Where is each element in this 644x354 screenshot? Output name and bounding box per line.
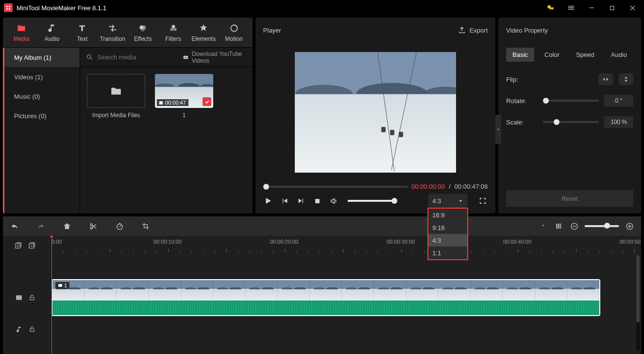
rotate-label: Rotate: [506, 97, 537, 105]
collapse-panel-button[interactable] [495, 115, 501, 144]
search-icon [86, 53, 93, 61]
delete-button[interactable] [62, 221, 72, 231]
prev-frame-button[interactable] [280, 196, 289, 206]
sidebar-item-videos[interactable]: Videos (1) [4, 67, 80, 87]
fullscreen-button[interactable] [478, 196, 488, 206]
svg-rect-21 [556, 224, 557, 229]
svg-rect-16 [162, 101, 163, 104]
proptab-color[interactable]: Color [538, 48, 566, 62]
motion-icon [229, 23, 239, 34]
speed-button[interactable] [115, 221, 124, 231]
search-input[interactable] [97, 53, 179, 61]
maximize-button[interactable] [602, 0, 622, 16]
sidebar-item-music[interactable]: Music (0) [4, 87, 80, 106]
media-clip-1[interactable]: 00:00:47 1 [155, 74, 213, 119]
remove-track-button[interactable] [28, 242, 36, 249]
svg-point-11 [87, 55, 91, 59]
property-panel: Video Property Basic Color Speed Audio F… [498, 18, 641, 213]
svg-point-19 [90, 227, 92, 229]
rotate-slider[interactable] [543, 100, 598, 102]
scale-value[interactable]: 100 % [604, 116, 633, 128]
volume-slider[interactable] [348, 200, 394, 202]
playhead[interactable] [51, 236, 52, 354]
aspect-option-4-3[interactable]: 4:3 [428, 234, 467, 247]
current-time: 00:00:00:00 [411, 183, 445, 190]
undo-button[interactable] [10, 221, 19, 231]
rotate-value[interactable]: 0 ° [604, 95, 633, 106]
add-track-button[interactable] [15, 242, 22, 249]
timeline-scrollbar[interactable] [636, 255, 640, 351]
flip-vertical-button[interactable] [619, 73, 633, 85]
video-track-icon [15, 294, 23, 301]
aspect-selected-label: 4:3 [432, 197, 441, 205]
import-label: Import Media Files [92, 112, 140, 119]
text-icon [77, 23, 87, 34]
flip-horizontal-button[interactable] [598, 73, 613, 85]
tab-effects[interactable]: Effects [129, 23, 156, 42]
sidebar-item-myalbum[interactable]: My Album (1) [4, 48, 80, 67]
proptab-speed[interactable]: Speed [570, 48, 601, 62]
tab-audio[interactable]: Audio [38, 23, 65, 42]
tab-label: Transition [100, 35, 125, 42]
svg-point-7 [171, 25, 175, 28]
svg-point-9 [173, 28, 177, 31]
stop-button[interactable] [313, 196, 322, 206]
svg-point-6 [141, 27, 145, 31]
reset-button[interactable]: Reset [506, 190, 633, 207]
added-check-icon [203, 97, 211, 106]
split-button[interactable] [88, 221, 98, 231]
audio-lock-button[interactable] [29, 326, 35, 333]
aspect-option-16-9[interactable]: 16:9 [428, 209, 467, 221]
svg-rect-22 [558, 224, 559, 229]
sidebar-item-pictures[interactable]: Pictures (0) [4, 106, 80, 125]
media-panel: Media Audio Text Transition Effects Filt… [3, 18, 253, 213]
next-frame-button[interactable] [296, 196, 306, 206]
tab-label: Effects [134, 35, 152, 42]
aspect-option-1-1[interactable]: 1:1 [428, 247, 467, 259]
tab-media[interactable]: Media [8, 23, 35, 42]
elements-icon [198, 23, 209, 34]
zoom-slider[interactable] [585, 225, 619, 227]
export-button[interactable]: Export [458, 26, 488, 34]
video-lock-button[interactable] [29, 294, 35, 301]
volume-icon[interactable] [329, 196, 339, 206]
proptab-basic[interactable]: Basic [506, 48, 534, 62]
import-media-button[interactable]: Import Media Files [87, 74, 145, 119]
scale-slider[interactable] [543, 121, 598, 123]
tab-label: Motion [225, 35, 243, 42]
tab-label: Text [77, 35, 87, 42]
download-youtube-button[interactable]: Download YouTube Videos [183, 51, 247, 64]
timeline-ruler[interactable]: 0:00 00:00:10:00 00:00:20:00 00:00:30:00… [48, 236, 641, 255]
zoom-in-button[interactable] [625, 221, 634, 231]
scale-label: Scale: [506, 119, 537, 126]
fit-timeline-button[interactable] [554, 221, 563, 231]
minimize-button[interactable] [582, 0, 601, 16]
timeline-marker-button[interactable] [538, 221, 548, 231]
crop-button[interactable] [141, 221, 151, 231]
player-viewport[interactable] [255, 43, 495, 180]
playback-slider[interactable] [263, 186, 407, 188]
tab-text[interactable]: Text [68, 23, 96, 42]
aspect-ratio-select[interactable]: 4:3 16:9 9:16 4:3 1:1 [428, 194, 467, 208]
svg-rect-40 [30, 329, 34, 331]
upgrade-icon[interactable] [541, 0, 560, 16]
play-button[interactable] [263, 196, 273, 206]
timeline-clip-1[interactable]: 1 [51, 279, 600, 316]
tab-elements[interactable]: Elements [190, 23, 217, 42]
transition-icon [107, 23, 118, 34]
clip-duration-badge: 00:00:47 [157, 99, 188, 106]
close-button[interactable] [623, 0, 642, 16]
menu-icon[interactable] [561, 0, 581, 16]
tab-label: Filters [165, 35, 181, 42]
aspect-option-9-16[interactable]: 9:16 [428, 221, 467, 234]
tab-motion[interactable]: Motion [220, 23, 247, 42]
svg-point-18 [90, 223, 92, 225]
svg-rect-23 [560, 224, 561, 229]
zoom-out-button[interactable] [569, 221, 579, 231]
redo-button[interactable] [36, 221, 46, 231]
proptab-audio[interactable]: Audio [605, 48, 633, 62]
titlebar: MiniTool MovieMaker Free 8.1.1 [0, 0, 644, 16]
tool-tabs: Media Audio Text Transition Effects Filt… [3, 18, 253, 48]
tab-transition[interactable]: Transition [99, 23, 126, 42]
tab-filters[interactable]: Filters [159, 23, 186, 42]
